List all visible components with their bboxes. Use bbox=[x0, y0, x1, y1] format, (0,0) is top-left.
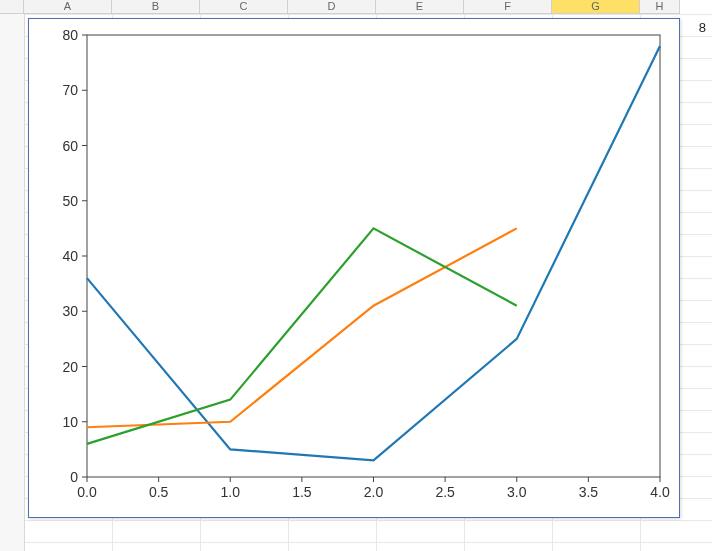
x-tick-label: 2.5 bbox=[435, 484, 455, 500]
column-header-B[interactable]: B bbox=[112, 0, 200, 14]
column-header-E[interactable]: E bbox=[376, 0, 464, 14]
x-tick-label: 3.5 bbox=[579, 484, 599, 500]
series-line-1 bbox=[87, 46, 660, 460]
column-header-G[interactable]: G bbox=[552, 0, 640, 14]
y-tick-label: 10 bbox=[62, 414, 78, 430]
x-tick-label: 4.0 bbox=[650, 484, 670, 500]
x-tick-label: 1.5 bbox=[292, 484, 312, 500]
y-tick-label: 60 bbox=[62, 138, 78, 154]
x-tick-label: 0.5 bbox=[149, 484, 169, 500]
x-tick-label: 0.0 bbox=[77, 484, 97, 500]
y-tick-label: 80 bbox=[62, 27, 78, 43]
column-header-row: ABCDEFGH bbox=[0, 0, 712, 14]
column-header-F[interactable]: F bbox=[464, 0, 552, 14]
chart-svg: 010203040506070800.00.51.01.52.02.53.03.… bbox=[29, 19, 679, 517]
plot-frame bbox=[87, 35, 660, 477]
y-tick-label: 0 bbox=[70, 469, 78, 485]
cell-H1[interactable]: 8 bbox=[686, 20, 706, 35]
series-line-3 bbox=[87, 228, 517, 443]
y-tick-label: 70 bbox=[62, 82, 78, 98]
select-all-corner[interactable] bbox=[0, 0, 24, 14]
spreadsheet-viewport: ABCDEFGH 8 010203040506070800.00.51.01.5… bbox=[0, 0, 712, 551]
y-tick-label: 50 bbox=[62, 193, 78, 209]
x-tick-label: 2.0 bbox=[364, 484, 384, 500]
series-line-2 bbox=[87, 228, 517, 427]
column-header-H[interactable]: H bbox=[640, 0, 680, 14]
x-tick-label: 1.0 bbox=[221, 484, 241, 500]
column-header-A[interactable]: A bbox=[24, 0, 112, 14]
x-tick-label: 3.0 bbox=[507, 484, 527, 500]
y-tick-label: 30 bbox=[62, 303, 78, 319]
embedded-chart[interactable]: 010203040506070800.00.51.01.52.02.53.03.… bbox=[28, 18, 680, 518]
y-tick-label: 20 bbox=[62, 359, 78, 375]
column-header-D[interactable]: D bbox=[288, 0, 376, 14]
y-tick-label: 40 bbox=[62, 248, 78, 264]
column-header-C[interactable]: C bbox=[200, 0, 288, 14]
